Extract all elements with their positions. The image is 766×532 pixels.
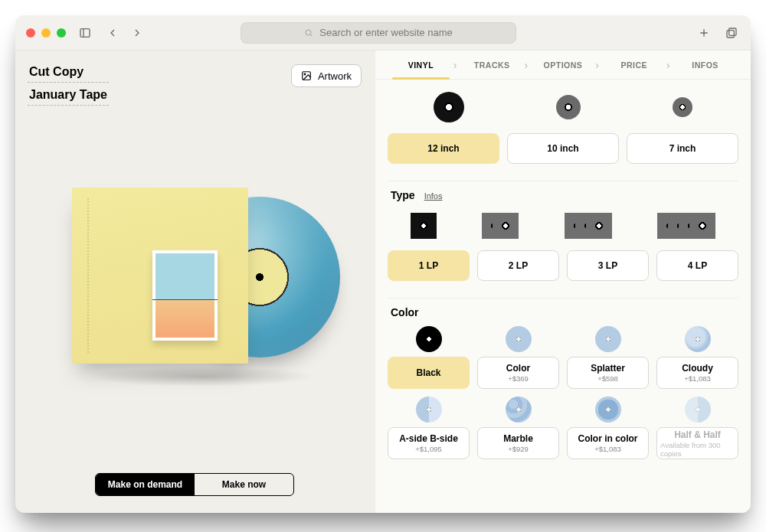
- toolbar-right: [696, 24, 740, 41]
- vinyl-preview: [28, 106, 362, 473]
- svg-rect-6: [729, 28, 736, 35]
- step-tracks[interactable]: TRACKS: [457, 51, 527, 79]
- lp-stack-icon: [411, 213, 437, 239]
- type-options: 1 LP2 LP3 LP4 LP: [388, 250, 738, 281]
- color-cell: Color+$369: [477, 326, 559, 389]
- color-option[interactable]: Black: [388, 357, 470, 389]
- color-cell: Splatter+$598: [567, 326, 649, 389]
- color-cell: Half & HalfAvailable from 300 copies: [656, 397, 738, 459]
- color-option[interactable]: A-side B-side+$1,095: [388, 427, 470, 459]
- color-option[interactable]: Color+$369: [477, 357, 559, 389]
- lp-stack-icon: [482, 213, 519, 239]
- type-icons: [388, 209, 738, 243]
- step-price[interactable]: PRICE: [599, 51, 669, 79]
- color-title: Color: [391, 306, 419, 318]
- type-option[interactable]: 2 LP: [477, 250, 559, 281]
- search-icon: [304, 28, 313, 38]
- color-options: BlackColor+$369Splatter+$598Cloudy+$1,08…: [388, 326, 738, 459]
- content: Cut Copy January Tape Artwork M: [15, 51, 751, 513]
- minimize-window-icon[interactable]: [41, 28, 51, 38]
- step-vinyl[interactable]: VINYL: [386, 51, 456, 79]
- address-bar[interactable]: Search or enter website name: [241, 22, 516, 44]
- zoom-window-icon[interactable]: [57, 28, 66, 38]
- toolbar: Search or enter website name: [15, 15, 751, 51]
- lp-stack-icon: [565, 213, 612, 239]
- type-infos-link[interactable]: Infos: [424, 191, 443, 201]
- size-option[interactable]: 7 inch: [627, 133, 738, 164]
- config-panel: VINYLTRACKSOPTIONSPRICEINFOS 12 inch10 i…: [375, 51, 751, 513]
- size-options: 12 inch10 inch7 inch: [388, 133, 738, 164]
- color-option: Half & HalfAvailable from 300 copies: [656, 427, 738, 459]
- image-icon: [301, 70, 312, 81]
- color-swatch-icon: [506, 397, 532, 423]
- title-field[interactable]: January Tape: [28, 87, 109, 106]
- new-tab-icon[interactable]: [696, 24, 712, 41]
- color-swatch-icon: [416, 326, 442, 352]
- color-swatch-icon: [595, 326, 621, 352]
- svg-point-2: [306, 30, 311, 35]
- traffic-lights: [26, 28, 66, 38]
- step-infos[interactable]: INFOS: [670, 51, 740, 79]
- type-option[interactable]: 3 LP: [567, 250, 649, 281]
- type-option[interactable]: 4 LP: [656, 250, 738, 281]
- options-scroll[interactable]: 12 inch10 inch7 inch Type Infos 1 LP2 LP…: [375, 80, 751, 513]
- vinyl-icon: [434, 92, 464, 122]
- album-cover-art: [152, 250, 218, 341]
- color-cell: Color in color+$1,083: [567, 397, 649, 459]
- color-cell: A-side B-side+$1,095: [388, 397, 470, 459]
- type-option[interactable]: 1 LP: [388, 250, 470, 281]
- app-window: Search or enter website name Cut Copy Ja…: [15, 15, 751, 513]
- type-title: Type: [391, 189, 415, 201]
- vinyl-icon: [673, 97, 692, 117]
- back-icon[interactable]: [104, 24, 121, 41]
- lp-stack-icon: [657, 213, 715, 239]
- color-option[interactable]: Marble+$929: [477, 427, 559, 459]
- color-swatch-icon: [685, 397, 711, 423]
- make-now-button[interactable]: Make now: [195, 474, 293, 495]
- color-option[interactable]: Cloudy+$1,083: [656, 357, 738, 389]
- color-swatch-icon: [416, 397, 442, 423]
- make-on-demand-button[interactable]: Make on demand: [96, 474, 195, 495]
- size-icons: [388, 92, 738, 126]
- svg-point-9: [304, 73, 306, 75]
- forward-icon[interactable]: [129, 24, 146, 41]
- vinyl-icon: [556, 95, 581, 119]
- color-option[interactable]: Splatter+$598: [567, 357, 649, 389]
- color-cell: Cloudy+$1,083: [656, 326, 738, 389]
- color-cell: Black: [388, 326, 470, 389]
- close-window-icon[interactable]: [26, 28, 35, 38]
- make-mode-segmented: Make on demand Make now: [95, 473, 294, 496]
- size-option[interactable]: 10 inch: [507, 133, 619, 164]
- artwork-button-label: Artwork: [318, 70, 352, 82]
- stepper: VINYLTRACKSOPTIONSPRICEINFOS: [375, 51, 751, 80]
- color-swatch-icon: [595, 397, 621, 423]
- sidebar-toggle-icon[interactable]: [77, 24, 93, 41]
- vinyl-sleeve: [72, 188, 248, 364]
- color-cell: Marble+$929: [477, 397, 559, 459]
- artist-field[interactable]: Cut Copy: [28, 64, 109, 83]
- artwork-button[interactable]: Artwork: [291, 64, 362, 87]
- svg-rect-7: [727, 30, 734, 37]
- tab-overview-icon[interactable]: [723, 24, 740, 41]
- step-options[interactable]: OPTIONS: [529, 51, 598, 79]
- color-option[interactable]: Color in color+$1,083: [567, 427, 649, 459]
- color-swatch-icon: [506, 326, 532, 352]
- size-option[interactable]: 12 inch: [388, 133, 499, 164]
- svg-rect-0: [80, 28, 90, 37]
- svg-line-3: [311, 34, 313, 36]
- preview-shadow: [87, 367, 317, 387]
- color-swatch-icon: [685, 326, 711, 352]
- project-header: Cut Copy January Tape Artwork: [28, 64, 362, 106]
- address-bar-placeholder: Search or enter website name: [319, 27, 452, 38]
- nav-arrows: [104, 24, 146, 41]
- preview-panel: Cut Copy January Tape Artwork M: [15, 51, 375, 513]
